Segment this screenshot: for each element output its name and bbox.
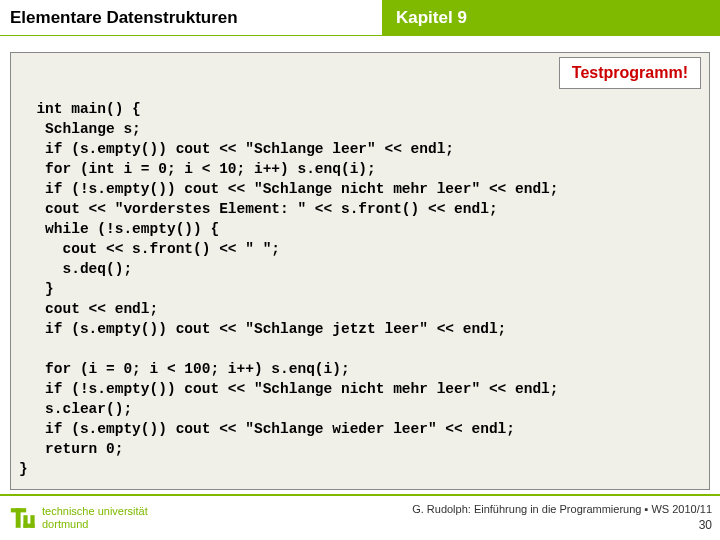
svg-rect-1 [16,508,21,528]
code-content: int main() { Schlange s; if (s.empty()) … [19,101,559,477]
university-logo: technische universität dortmund [8,504,148,532]
logo-line2: dortmund [42,518,148,531]
credit-line: G. Rudolph: Einführung in die Programmie… [412,502,712,517]
slide-number: 30 [412,517,712,533]
header-title-left: Elementare Datenstrukturen [0,0,382,36]
svg-rect-4 [23,524,34,528]
header-title-right: Kapitel 9 [382,0,720,36]
university-name: technische universität dortmund [42,505,148,530]
code-box: Testprogramm! int main() { Schlange s; i… [10,52,710,490]
slide-header: Elementare Datenstrukturen Kapitel 9 [0,0,720,36]
tu-logo-icon [8,504,36,532]
logo-line1: technische universität [42,505,148,518]
test-program-badge: Testprogramm! [559,57,701,89]
slide-footer: technische universität dortmund G. Rudol… [0,494,720,540]
footer-credits: G. Rudolph: Einführung in die Programmie… [412,502,712,533]
